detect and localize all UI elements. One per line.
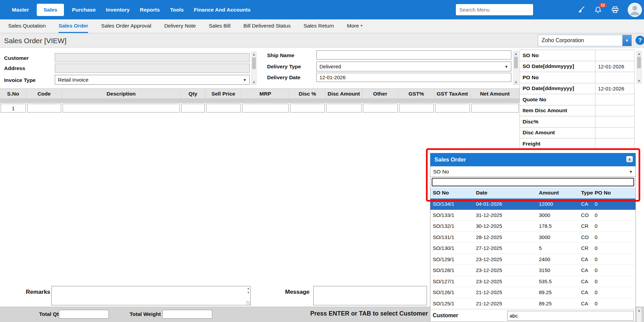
so-list-row[interactable]: SO/134/1 04-01-2026 12000 CA 0	[430, 199, 635, 210]
page-right-scrollbar[interactable]: ▲ ▼	[637, 51, 642, 84]
invoice-type-select[interactable]: Retail Invoice ▼	[55, 75, 250, 85]
panel-value[interactable]: 12-01-2026	[595, 61, 634, 72]
item-code-cell[interactable]	[27, 104, 61, 113]
lookup-search-input[interactable]	[432, 178, 634, 186]
resize-grip-icon[interactable]	[246, 301, 250, 305]
chevron-down-icon[interactable]: ▼	[622, 35, 631, 46]
search-menu-input[interactable]	[456, 4, 533, 15]
scrollbar-track[interactable]	[514, 56, 518, 80]
item-gst-taxamt-cell[interactable]	[435, 104, 470, 113]
type-cell: CR	[579, 245, 592, 251]
tab-sales-return[interactable]: Sales Return	[303, 19, 334, 33]
item-qty-cell[interactable]	[181, 104, 205, 113]
nav-item-reports[interactable]: Reports	[135, 0, 165, 19]
customer-field[interactable]	[55, 53, 250, 62]
delivery-date-field[interactable]	[316, 73, 511, 82]
scroll-up-icon[interactable]: ▲	[637, 308, 641, 313]
amount-cell: 89.25	[536, 289, 579, 295]
panel-row-disc-amount: Disc Amount	[519, 128, 634, 139]
amount-cell: 5	[536, 245, 579, 251]
type-cell: CO	[579, 234, 592, 240]
tab-label: Delivery Note	[164, 23, 196, 29]
panel-value[interactable]	[595, 128, 634, 138]
so-list-row[interactable]: SO/130/1 27-12-2025 5 CR 0	[430, 243, 635, 254]
nav-item-sales[interactable]: Sales	[37, 4, 64, 16]
panel-value[interactable]: 12-01-2026	[595, 83, 634, 94]
address-field[interactable]	[55, 64, 250, 73]
help-button[interactable]: ?	[635, 36, 644, 45]
scroll-up-icon[interactable]: ▲	[247, 287, 250, 290]
tab-bill-delivered-status[interactable]: Bill Delivered Status	[243, 19, 291, 33]
ship-name-field[interactable]	[316, 50, 511, 60]
panel-value[interactable]	[595, 72, 634, 83]
company-selector[interactable]: Zoho Corporation ▼	[538, 35, 632, 46]
nav-item-finance-and-accounts[interactable]: Finance And Accounts	[189, 0, 256, 19]
message-textarea[interactable]	[314, 286, 427, 305]
tab-sales-order[interactable]: Sales Order	[59, 19, 88, 33]
panel-value[interactable]	[595, 138, 634, 149]
item-gst-percent-cell[interactable]	[399, 104, 434, 113]
so-list-row[interactable]: SO/131/1 28-12-2025 3000 CO 0	[430, 232, 635, 243]
scroll-down-icon[interactable]: ▼	[637, 79, 641, 83]
item-description-cell[interactable]	[63, 104, 180, 113]
customer-footer-field[interactable]	[507, 311, 634, 321]
remarks-textarea[interactable]	[52, 286, 250, 305]
items-header-gst-taxamt: GST TaxAmt	[434, 89, 470, 99]
so-list-row[interactable]: SO/132/1 30-12-2025 178.5 CR 0	[430, 221, 635, 232]
item-mrp-cell[interactable]	[242, 104, 289, 113]
scroll-down-icon[interactable]: ▼	[247, 291, 250, 294]
item-net-amount-cell[interactable]	[471, 104, 519, 113]
close-icon[interactable]: x	[626, 156, 633, 162]
scroll-down-icon[interactable]: ▼	[252, 80, 256, 85]
dialog-title-bar[interactable]: Sales Order x	[430, 153, 635, 166]
scrollbar-track[interactable]	[637, 56, 641, 79]
total-qty-field[interactable]	[59, 310, 109, 319]
nav-item-tools[interactable]: Tools	[165, 0, 189, 19]
tab-delivery-note[interactable]: Delivery Note	[164, 19, 196, 33]
panel-value[interactable]	[595, 94, 634, 105]
scroll-up-icon[interactable]: ▲	[252, 52, 256, 57]
form-left-scrollbar[interactable]: ▲ ▼	[251, 52, 257, 85]
scroll-up-icon[interactable]: ▲	[637, 51, 641, 56]
tab-more[interactable]: More▾	[347, 19, 363, 33]
tab-sales-bill[interactable]: Sales Bill	[209, 19, 231, 33]
panel-value[interactable]	[595, 50, 634, 61]
chevron-down-icon: ▼	[243, 78, 247, 82]
so-list-row[interactable]: SO/129/1 23-12-2025 2400 CA 0	[430, 254, 635, 265]
panel-value[interactable]	[595, 105, 634, 116]
nav-item-master[interactable]: Master	[7, 0, 34, 19]
message-label: Message	[285, 289, 310, 295]
nav-item-purchase[interactable]: Purchase	[67, 0, 101, 19]
bottom-right-scrollbar[interactable]: ▲	[637, 308, 642, 322]
printer-icon[interactable]	[611, 5, 620, 14]
item-other-cell[interactable]	[363, 104, 398, 113]
item-disc-amount-cell[interactable]	[326, 104, 362, 113]
item-sell-price-cell[interactable]	[206, 104, 241, 113]
panel-row-po-no: PO No	[519, 72, 634, 83]
so-list-row[interactable]: SO/127/1 23-12-2025 535.5 CA 0	[430, 276, 635, 287]
notifications-bell-icon[interactable]: 12	[594, 5, 602, 14]
user-avatar[interactable]	[628, 3, 642, 17]
scrollbar-track[interactable]	[637, 313, 641, 322]
so-list-row[interactable]: SO/128/1 23-12-2025 3150 CA 0	[430, 265, 635, 276]
scrollbar-thumb[interactable]	[637, 57, 641, 68]
panel-value[interactable]	[595, 116, 634, 127]
lookup-filter-select[interactable]: SO No ▼	[430, 166, 635, 177]
scrollbar-thumb[interactable]	[252, 57, 256, 69]
nav-item-inventory[interactable]: Inventory	[101, 0, 135, 19]
scroll-down-icon[interactable]: ▼	[514, 80, 518, 85]
so-list-row[interactable]: SO/133/1 31-12-2025 3000 CO 0	[430, 210, 635, 221]
so-list-row[interactable]: SO/125/1 21-12-2025 89.25 CA 0	[430, 298, 635, 309]
lookup-search-wrap	[430, 177, 635, 187]
item-disc-percent-cell[interactable]	[290, 104, 325, 113]
scrollbar-track[interactable]	[252, 57, 256, 80]
delivery-type-select[interactable]: Delivered ▼	[316, 62, 511, 71]
tab-sales-order-approval[interactable]: Sales Order Approval	[101, 19, 151, 33]
so-list-row[interactable]: SO/126/1 21-12-2025 89.25 CA 0	[430, 287, 635, 298]
scroll-up-icon[interactable]: ▲	[514, 51, 518, 56]
paint-brush-icon[interactable]	[577, 5, 585, 14]
total-weight-field[interactable]	[162, 310, 212, 319]
form-right-scrollbar[interactable]: ▲ ▼	[513, 51, 518, 85]
scrollbar-thumb[interactable]	[514, 57, 518, 68]
tab-sales-quotation[interactable]: Sales Quotation	[8, 19, 46, 33]
